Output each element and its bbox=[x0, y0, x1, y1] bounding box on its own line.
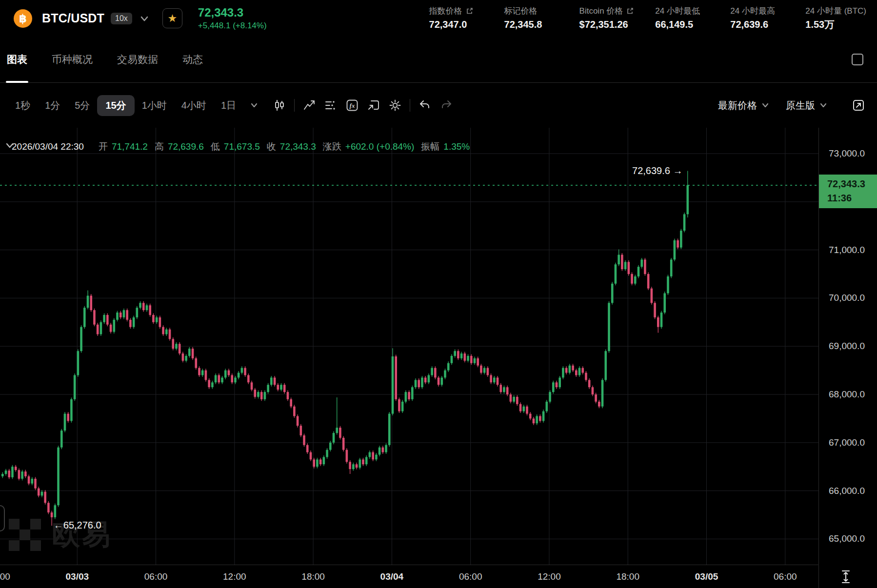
indicator-list-icon[interactable] bbox=[320, 96, 341, 115]
chart-plot[interactable]: 2026/03/04 22:30 开71,741.2 高72,639.6 低71… bbox=[0, 128, 818, 565]
undo-icon[interactable] bbox=[414, 96, 436, 115]
stat-24h-low: 24 小时最低 66,149.5 bbox=[655, 6, 709, 31]
candle bbox=[201, 371, 204, 375]
candle bbox=[362, 459, 364, 464]
price-scale-reset-icon bbox=[839, 569, 852, 584]
candle bbox=[280, 385, 282, 390]
timeframe-chevron-down-icon[interactable] bbox=[243, 96, 265, 115]
candle bbox=[401, 402, 404, 412]
candle bbox=[198, 368, 200, 375]
candle bbox=[522, 407, 525, 412]
indicators-icon[interactable] bbox=[299, 96, 320, 115]
candle bbox=[565, 368, 568, 373]
chevron-down-icon bbox=[761, 101, 769, 109]
candle bbox=[165, 330, 168, 334]
candle bbox=[480, 366, 482, 373]
chart-version-select[interactable]: 原生版 bbox=[786, 99, 827, 112]
candle bbox=[24, 471, 27, 476]
pair-chevron-down-icon[interactable] bbox=[139, 13, 150, 24]
candlestick-style-icon[interactable] bbox=[269, 96, 290, 115]
candle bbox=[100, 322, 102, 334]
countdown-timer: 11:36 bbox=[827, 191, 877, 205]
candle bbox=[290, 399, 292, 407]
candle bbox=[608, 303, 610, 351]
timeframe-1h[interactable]: 1小时 bbox=[135, 96, 174, 116]
price-axis[interactable]: 72,343.3 11:36 73,000.072,000.071,000.07… bbox=[818, 128, 877, 565]
candle bbox=[221, 377, 223, 382]
candle bbox=[398, 399, 400, 412]
fullscreen-icon[interactable] bbox=[848, 96, 869, 115]
candle bbox=[303, 435, 305, 445]
pair-name[interactable]: BTC/USDT bbox=[42, 11, 104, 25]
trading-app: ฿ BTC/USDT 10x ★ 72,343.3 +5,448.1 (+8.1… bbox=[0, 0, 877, 588]
candle bbox=[5, 470, 7, 474]
stat-bitcoin-price[interactable]: Bitcoin 价格 $72,351.26 bbox=[579, 6, 634, 31]
candle bbox=[169, 330, 171, 339]
candle bbox=[254, 390, 256, 397]
time-axis[interactable]: 18:0003/0306:0012:0018:0003/0406:0012:00… bbox=[0, 565, 818, 588]
candle bbox=[575, 371, 578, 375]
candle bbox=[497, 377, 499, 385]
ohlc-high: 72,639.6 bbox=[168, 141, 204, 152]
replay-icon[interactable] bbox=[363, 96, 384, 115]
fx-formula-icon[interactable]: fx bbox=[341, 96, 363, 115]
timeframe-1d[interactable]: 1日 bbox=[214, 96, 243, 116]
candle bbox=[647, 274, 650, 289]
axis-corner[interactable] bbox=[818, 565, 877, 588]
candle bbox=[444, 371, 446, 378]
ohlc-change: +602.0 (+0.84%) bbox=[345, 141, 415, 152]
timeframe-1m[interactable]: 1分 bbox=[38, 96, 67, 116]
candle bbox=[499, 385, 502, 392]
tab-news[interactable]: 动态 bbox=[182, 37, 203, 82]
candle bbox=[382, 448, 384, 452]
timeframe-5m[interactable]: 5分 bbox=[67, 96, 97, 116]
candle bbox=[264, 392, 266, 399]
stat-index-price[interactable]: 指数价格 72,347.0 bbox=[429, 6, 483, 31]
timeframe-1s[interactable]: 1秒 bbox=[8, 96, 38, 116]
candle bbox=[431, 368, 433, 375]
tab-coin-overview[interactable]: 币种概况 bbox=[52, 37, 93, 82]
price-mode-select[interactable]: 最新价格 bbox=[718, 99, 769, 112]
stat-mark-price: 标记价格 72,345.8 bbox=[504, 6, 558, 31]
redo-icon[interactable] bbox=[436, 96, 457, 115]
candle bbox=[546, 402, 548, 412]
time-axis-label: 12:00 bbox=[223, 571, 246, 582]
candle bbox=[519, 404, 522, 412]
time-axis-label: 03/05 bbox=[695, 571, 718, 582]
candle bbox=[667, 276, 669, 294]
tab-trading-data[interactable]: 交易数据 bbox=[117, 37, 158, 82]
time-axis-label: 18:00 bbox=[616, 571, 639, 582]
time-axis-label: 06:00 bbox=[144, 571, 168, 582]
candle bbox=[683, 214, 686, 231]
candlestick-canvas bbox=[0, 128, 818, 565]
candle bbox=[624, 262, 627, 269]
timeframe-15m[interactable]: 15分 bbox=[97, 95, 134, 116]
ohlc-datetime: 2026/03/04 22:30 bbox=[12, 141, 84, 152]
candle bbox=[15, 467, 17, 470]
favorite-button[interactable]: ★ bbox=[162, 8, 182, 28]
candle bbox=[601, 380, 604, 406]
price-axis-label: 71,000.0 bbox=[829, 245, 865, 255]
candle bbox=[395, 356, 397, 399]
candle bbox=[319, 459, 322, 464]
time-axis-label: 06:00 bbox=[774, 571, 797, 582]
leverage-badge[interactable]: 10x bbox=[111, 13, 132, 24]
candle bbox=[372, 452, 374, 460]
candle bbox=[578, 368, 581, 375]
candle bbox=[477, 358, 479, 366]
candle bbox=[205, 371, 207, 380]
timeframe-4h[interactable]: 4小时 bbox=[174, 96, 214, 116]
candle bbox=[654, 303, 656, 317]
candle bbox=[572, 366, 574, 371]
candle bbox=[251, 382, 253, 390]
candle bbox=[60, 431, 63, 448]
candle bbox=[313, 459, 315, 467]
candle bbox=[257, 392, 259, 397]
tab-chart[interactable]: 图表 bbox=[7, 37, 27, 82]
svg-text:fx: fx bbox=[350, 102, 355, 109]
panel-layout-icon[interactable] bbox=[852, 54, 863, 65]
candle bbox=[21, 471, 23, 479]
candle bbox=[34, 479, 37, 489]
candle bbox=[211, 382, 214, 387]
chart-settings-gear-icon[interactable] bbox=[384, 96, 406, 115]
